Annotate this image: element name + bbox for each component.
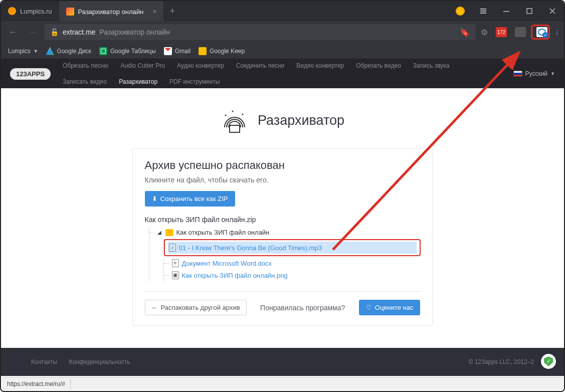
flag-icon [513, 71, 522, 77]
minimize-button[interactable] [495, 1, 518, 21]
button-label: Оцените нас [375, 304, 414, 311]
chevron-down-icon: ▼ [34, 49, 38, 54]
unpack-another-button[interactable]: ← Распаковать другой архив [145, 300, 247, 315]
svg-rect-3 [503, 11, 509, 12]
file-label: Документ Microsoft Word.docx [182, 260, 272, 267]
success-heading: Архив успешно распакован [145, 159, 421, 172]
file-label: Как открыть ЗИП файл онлайн.png [182, 272, 288, 279]
back-arrow-icon: ← [151, 304, 158, 311]
favicon-icon [8, 7, 16, 15]
svg-rect-4 [527, 9, 532, 14]
button-label: Распаковать другой архив [161, 304, 240, 311]
extension-icon[interactable] [515, 27, 526, 37]
download-icon: ⬇ [152, 195, 157, 203]
footer-link[interactable]: Конфиденциальность [69, 358, 130, 365]
file-highlight: 01 - I Know There's Gonna Be (Good Times… [164, 239, 421, 256]
keep-icon [199, 47, 207, 55]
url-title: Разархиватор онлайн [99, 28, 170, 36]
success-subtext: Кликните на файл, чтобы скачать его. [145, 176, 421, 184]
nav-link[interactable]: Обрезать песню [63, 62, 108, 69]
page-content: Разархиватор Архив успешно распакован Кл… [1, 88, 564, 326]
download-indicator[interactable] [531, 25, 550, 40]
caret-icon: ◢ [157, 230, 161, 235]
forward-button[interactable]: → [25, 27, 39, 38]
statusbar: https://extract.me/ru/# [2, 377, 563, 390]
svg-point-9 [232, 111, 233, 112]
security-shield[interactable] [541, 354, 556, 369]
save-all-zip-button[interactable]: ⬇ Сохранить все как ZIP [145, 191, 235, 207]
bookmark-label: Google Диск [57, 48, 91, 55]
extension-badge[interactable]: 172 [496, 27, 507, 37]
svg-rect-0 [480, 9, 486, 10]
sheets-icon [99, 47, 107, 55]
heart-icon: ♡ [366, 304, 372, 311]
nav-link[interactable]: Аудио конвертер [177, 62, 224, 69]
nav-link[interactable]: Audio Cutter Pro [120, 62, 165, 69]
lock-icon: 🔓 [50, 28, 59, 36]
emoji-icon[interactable] [456, 7, 465, 16]
image-file-icon [172, 271, 179, 279]
like-question: Понравилась программа? [260, 304, 345, 312]
rate-us-button[interactable]: ♡ Оцените нас [359, 300, 421, 315]
bookmark-label: Gmail [175, 48, 191, 55]
nav-link[interactable]: Соединить песни [236, 62, 284, 69]
bookmark-keep[interactable]: Google Keep [199, 47, 245, 55]
apps-nav-links: Обрезать песню Audio Cutter Pro Аудио ко… [63, 62, 454, 85]
maximize-button[interactable] [518, 1, 541, 21]
svg-point-10 [242, 114, 243, 115]
bookmark-gdrive[interactable]: Google Диск [46, 47, 91, 55]
shield-icon [544, 356, 553, 366]
doc-file-icon [172, 259, 179, 267]
back-button[interactable]: ← [6, 27, 20, 38]
bookmark-gmail[interactable]: Gmail [164, 47, 191, 55]
browser-menu-button[interactable] [472, 1, 495, 21]
tree-folder[interactable]: ◢ Как открыть ЗИП файл онлайн [156, 227, 421, 238]
gdrive-icon [46, 47, 54, 55]
tree-file[interactable]: Документ Microsoft Word.docx [171, 257, 421, 269]
bookmark-label: Google Таблицы [110, 48, 156, 55]
music-file-icon [169, 244, 176, 252]
svg-rect-1 [480, 11, 486, 12]
language-label: Русский [525, 70, 548, 77]
close-icon[interactable]: × [152, 8, 156, 16]
folder-icon [165, 229, 173, 236]
file-label: 01 - I Know There's Gonna Be (Good Times… [179, 244, 322, 252]
tree-file[interactable]: Как открыть ЗИП файл онлайн.png [171, 269, 421, 281]
downloads-button[interactable]: ↓ [555, 28, 559, 37]
bookmark-label: Lumpics [8, 48, 31, 55]
file-tree: ◢ Как открыть ЗИП файл онлайн 01 - I Kno… [149, 227, 421, 281]
nav-link-active[interactable]: Разархиватор [119, 78, 157, 85]
tab-extract[interactable]: Разархиватор онлайн × [59, 1, 164, 21]
language-selector[interactable]: Русский ▼ [513, 70, 555, 77]
nav-link[interactable]: Видео конвертер [296, 62, 344, 69]
bookmarks-bar: Lumpics▼ Google Диск Google Таблицы Gmai… [1, 43, 564, 59]
bookmark-folder-lumpics[interactable]: Lumpics▼ [8, 48, 38, 55]
addressbar: ← → 🔓 extract.me Разархиватор онлайн 🔖 ⚙… [1, 21, 564, 43]
archive-icon [221, 106, 249, 134]
bookmark-icon[interactable]: 🔖 [460, 28, 470, 37]
tab-label: Lumpics.ru [20, 8, 52, 15]
close-button[interactable] [541, 1, 564, 21]
nav-link[interactable]: Обрезать видео [356, 62, 401, 69]
nav-link[interactable]: Записать видео [63, 78, 107, 85]
copyright-text: © 123apps LLC, 2012–2 [469, 358, 534, 365]
bookmark-sheets[interactable]: Google Таблицы [99, 47, 156, 55]
archive-name: Как открыть ЗИП файл онлайн.zip [145, 216, 421, 224]
card-footer: ← Распаковать другой архив Понравилась п… [145, 291, 421, 315]
footer-link[interactable]: Контакты [31, 358, 57, 365]
extension-icon[interactable]: ⚙ [481, 28, 488, 37]
address-input[interactable]: 🔓 extract.me Разархиватор онлайн 🔖 [44, 24, 476, 40]
nav-link[interactable]: PDF инструменты [169, 78, 220, 85]
nav-link[interactable]: Запись звука [413, 62, 450, 69]
tab-lumpics[interactable]: Lumpics.ru [1, 1, 59, 21]
gmail-icon [164, 47, 172, 55]
chevron-down-icon: ▼ [550, 71, 555, 76]
download-icon [536, 27, 547, 37]
titlebar: Lumpics.ru Разархиватор онлайн × + [1, 1, 564, 21]
tree-file-selected[interactable]: 01 - I Know There's Gonna Be (Good Times… [168, 242, 417, 254]
result-card: Архив успешно распакован Кликните на фай… [132, 148, 433, 326]
logo-123apps[interactable]: 123APPS [10, 68, 51, 80]
folder-label: Как открыть ЗИП файл онлайн [176, 229, 270, 236]
new-tab-button[interactable]: + [163, 6, 181, 17]
status-url: https://extract.me/ru/# [7, 380, 65, 387]
